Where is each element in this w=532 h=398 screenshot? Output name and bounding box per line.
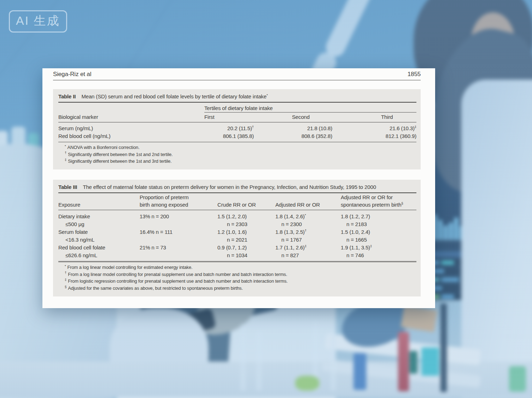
table-cell: n = 2183 — [341, 220, 416, 228]
table-cell: n = 2021 — [217, 236, 275, 244]
cell-value: 1.7 (1.1, 2.6) — [275, 244, 305, 250]
footnote-mark: * — [65, 144, 66, 148]
table-2: Table IIMean (SD) serum and red blood ce… — [53, 89, 421, 169]
table-cell: ≤500 μg — [58, 220, 140, 228]
table-cell: 1.9 (1.1, 3.5)‡ — [341, 244, 416, 252]
running-head-author: Siega-Riz et al — [53, 71, 91, 78]
footnote-mark: † — [305, 229, 306, 232]
page-number: 1855 — [408, 71, 421, 78]
footnote: ‡Significantly different between the 1st… — [65, 158, 416, 165]
footnote-text: ANOVA with a Bonferroni correction. — [68, 145, 140, 150]
table-2-caption: Mean (SD) serum and red blood cell folat… — [81, 93, 267, 99]
header-line: spontaneous preterm birth§ — [341, 201, 416, 209]
footnote-mark: * — [305, 213, 306, 217]
table-cell — [58, 105, 204, 113]
table-cell: 1.5 (1.0, 2.4) — [341, 228, 416, 236]
footnote-text: Significantly different between the 1st … — [68, 152, 173, 157]
table-row: Serum (ng/mL) 20.2 (11.5)† 21.8 (10.8) 2… — [58, 125, 416, 132]
table-cell: 1.2 (1.0, 1.6) — [217, 228, 275, 236]
column-header: Biological marker — [58, 114, 204, 122]
footnote: †Significantly different between the 1st… — [65, 151, 416, 158]
table-cell: Serum (ng/mL) — [58, 125, 204, 132]
table-cell: 21.6 (10.3)‡ — [381, 125, 416, 132]
table-cell: n = 827 — [275, 252, 341, 259]
footnote-mark: ‡ — [65, 158, 66, 162]
table-cell: 1.8 (1.3, 2.5)† — [275, 228, 341, 236]
cell-value: 1.8 (1.2, 2.7) — [341, 213, 370, 219]
footnote: *ANOVA with a Bonferroni correction. — [65, 144, 416, 151]
cell-value: 20.2 (11.5) — [227, 125, 252, 131]
table-3-body: Dietary intake 13% n = 200 1.5 (1.2, 2.0… — [58, 210, 416, 262]
footnote-mark: § — [401, 201, 403, 205]
cell-value: 1.9 (1.1, 3.5) — [341, 244, 370, 250]
column-header: Crude RR or OR — [217, 201, 275, 210]
cell-value: 1.8 (1.4, 2.6) — [275, 213, 305, 219]
footnote-mark: ‡ — [65, 278, 66, 282]
cell-value: 21.8 (10.8) — [307, 125, 332, 131]
table-2-body: Serum (ng/mL) 20.2 (11.5)† 21.8 (10.8) 2… — [58, 122, 416, 142]
footnote-text: From logistic regression controlling for… — [68, 278, 288, 284]
table-cell: <16.3 ng/mL — [58, 236, 140, 244]
column-header: Adjusted RR or OR — [275, 201, 341, 210]
table-cell: n = 746 — [341, 252, 416, 259]
cell-value: 806.1 (385.8) — [223, 133, 254, 139]
table-3-footnotes: *From a log linear model controlling for… — [58, 262, 416, 292]
cell-value: 1.8 (1.3, 2.5) — [275, 229, 305, 235]
table-row: Dietary intake 13% n = 200 1.5 (1.2, 2.0… — [58, 213, 416, 220]
footnote-mark: ‡ — [415, 125, 416, 129]
table-row: <16.3 ng/mL n = 2021 n = 1767 n = 1665 — [58, 236, 416, 244]
table-2-spanner-row: Tertiles of dietary folate intake — [58, 103, 416, 113]
footnote-mark: § — [65, 285, 66, 289]
table-cell: 806.1 (385.8) — [204, 132, 254, 140]
header-text: spontaneous preterm birth — [341, 202, 401, 208]
table-row: Serum folate 16.4% n = 111 1.2 (1.0, 1.6… — [58, 228, 416, 236]
header-line: Proportion of preterm — [140, 194, 217, 201]
column-header: Proportion of preterm birth among expose… — [140, 194, 217, 210]
table-cell: 1.5 (1.2, 2.0) — [217, 213, 275, 220]
table-3-header-row: Exposure Proportion of preterm birth amo… — [58, 193, 416, 210]
table-cell: n = 1034 — [217, 252, 275, 259]
cell-value: 1.5 (1.2, 2.0) — [217, 213, 247, 219]
table-cell: n = 1665 — [341, 236, 416, 244]
table-row: Red blood cell folate 21% n = 73 0.9 (0.… — [58, 244, 416, 252]
cell-value: 812.1 (360.9) — [386, 133, 416, 139]
cell-value: 0.9 (0.7, 1.2) — [217, 244, 247, 250]
cell-value: 1.5 (1.0, 2.4) — [341, 229, 370, 235]
footnote: *From a log linear model controlling for… — [65, 264, 416, 271]
table-3-caption: The effect of maternal folate status on … — [83, 184, 376, 190]
ai-generated-badge-label: AI 生成 — [16, 14, 60, 27]
header-line: Adjusted RR or OR for — [341, 194, 416, 201]
table-cell: Dietary intake — [58, 213, 140, 220]
header-line: birth among exposed — [140, 201, 217, 209]
table-cell: Red blood cell (ng/mL) — [58, 132, 204, 140]
table-cell — [140, 252, 217, 259]
table-cell — [140, 220, 217, 228]
column-header: Third — [381, 114, 416, 122]
table-2-title: Table IIMean (SD) serum and red blood ce… — [58, 89, 416, 103]
ai-generated-badge: AI 生成 — [9, 10, 67, 33]
table-cell: 812.1 (360.9) — [381, 132, 416, 140]
footnote-text: From a log linear model controlling for … — [68, 272, 287, 277]
table-2-footnotes: *ANOVA with a Bonferroni correction. †Si… — [58, 142, 416, 165]
table-cell: 0.9 (0.7, 1.2) — [217, 244, 275, 252]
footnote-mark: † — [252, 125, 254, 129]
table-cell: 808.6 (352.8) — [292, 132, 332, 140]
column-header: Second — [292, 114, 332, 122]
table-3: Table IIIThe effect of maternal folate s… — [53, 180, 421, 296]
table-cell: 16.4% n = 111 — [140, 228, 217, 236]
table-row: Red blood cell (ng/mL) 806.1 (385.8) 808… — [58, 132, 416, 140]
footnote-mark: * — [65, 264, 66, 268]
column-header: First — [204, 114, 254, 122]
table-cell: Serum folate — [58, 228, 140, 236]
table-3-label: Table III — [58, 184, 77, 190]
column-header: Adjusted RR or OR for spontaneous preter… — [341, 194, 416, 210]
running-head: Siega-Riz et al 1855 — [53, 71, 421, 80]
table-cell: 21.8 (10.8) — [292, 125, 332, 132]
cell-value: 1.2 (1.0, 1.6) — [217, 229, 247, 235]
table-cell: Red blood cell folate — [58, 244, 140, 252]
column-header: Exposure — [58, 201, 140, 210]
table-cell: 1.8 (1.2, 2.7) — [341, 213, 416, 220]
table-2-header-row: Biological marker First Second Third — [58, 113, 416, 122]
table-row: ≤500 μg n = 2303 n = 2300 n = 2183 — [58, 220, 416, 228]
footnote: †From a log linear model controlling for… — [65, 271, 416, 278]
